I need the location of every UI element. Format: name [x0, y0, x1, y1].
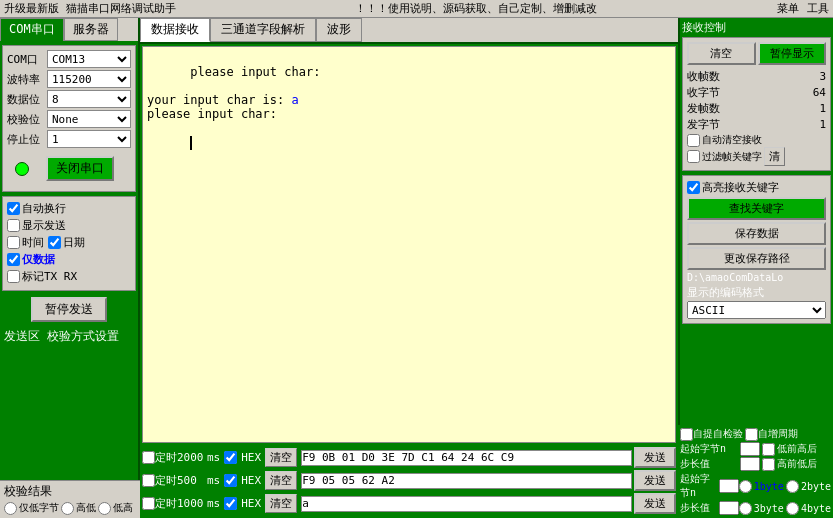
baud-row: 波特率 115200: [7, 70, 131, 88]
highlight-label: 高亮接收关键字: [702, 180, 779, 195]
tab-three-channel[interactable]: 三通道字段解析: [210, 18, 316, 42]
tab-waveform[interactable]: 波形: [316, 18, 362, 42]
clear2-button[interactable]: 清空: [265, 471, 297, 490]
show-send-check[interactable]: [7, 219, 20, 232]
check-select[interactable]: None: [47, 110, 131, 128]
pause-button[interactable]: 暂停显示: [758, 42, 827, 65]
date-check[interactable]: [48, 236, 61, 249]
only-low-label: 仅低字节: [19, 501, 59, 515]
low-high-radio[interactable]: [98, 502, 111, 515]
auto-clear-check[interactable]: [687, 134, 700, 147]
tab-serial[interactable]: COM串口: [0, 18, 64, 41]
only-data-check[interactable]: [7, 253, 20, 266]
data-select[interactable]: 8: [47, 90, 131, 108]
hex3-check[interactable]: [224, 497, 237, 510]
keyword-filter-label: 过滤帧关键字: [702, 150, 762, 164]
auto-exec-row: 自动换行: [7, 201, 131, 216]
com-row: COM口 COM13: [7, 50, 131, 68]
mark-tx-rx-check[interactable]: [7, 270, 20, 283]
timer3-label: 定时1000: [155, 496, 205, 511]
timer1-check[interactable]: [142, 451, 155, 464]
send-bytes-label: 发字节: [687, 117, 819, 132]
send2-input[interactable]: [301, 473, 632, 489]
send-frames-row: 发帧数 1: [687, 101, 826, 116]
cursor: [190, 136, 192, 150]
stop-send-button[interactable]: 暂停发送: [31, 297, 107, 322]
tools-label[interactable]: 工具: [807, 1, 829, 16]
2byte-radio[interactable]: [786, 480, 799, 493]
time-check[interactable]: [7, 236, 20, 249]
recv-frames-label: 收帧数: [687, 69, 819, 84]
save-data-button[interactable]: 保存数据: [687, 222, 826, 245]
hex1-check[interactable]: [224, 451, 237, 464]
send3-input[interactable]: [301, 496, 632, 512]
send-bytes-value: 1: [819, 118, 826, 131]
start-byte-input1[interactable]: [740, 442, 760, 456]
keyword-filter-check[interactable]: [687, 150, 700, 163]
clear1-button[interactable]: 清空: [265, 448, 297, 467]
notice-text: ！！！使用说明、源码获取、自己定制、增删减改: [176, 1, 777, 16]
auto-period-check[interactable]: [745, 428, 758, 441]
time-date-row: 时间 日期: [7, 235, 131, 250]
1byte-radio[interactable]: [739, 480, 752, 493]
high-radio[interactable]: [61, 502, 74, 515]
baud-select[interactable]: 115200: [47, 70, 131, 88]
status-dot: [15, 162, 29, 176]
auto-verify-check[interactable]: [680, 428, 693, 441]
stop-select[interactable]: 1: [47, 130, 131, 148]
change-path-button[interactable]: 更改保存路径: [687, 247, 826, 270]
clear-filter-button[interactable]: 清: [764, 147, 785, 166]
clear3-button[interactable]: 清空: [265, 494, 297, 513]
timer3-check[interactable]: [142, 497, 155, 510]
keyword-section: 高亮接收关键字 查找关键字 保存数据 更改保存路径 D:\amaoComData…: [682, 175, 831, 324]
top-bar: 升级最新版 猫描串口网络调试助手 ！！！使用说明、源码获取、自己定制、增删减改 …: [0, 0, 833, 18]
data-label: 数据位: [7, 92, 47, 107]
low-prev-label: 低前高后: [777, 442, 817, 456]
com-select[interactable]: COM13: [47, 50, 131, 68]
time-label: 时间: [22, 235, 44, 250]
low-prev-check[interactable]: [762, 443, 775, 456]
hex2-check[interactable]: [224, 474, 237, 487]
low-high-label: 低高: [113, 501, 133, 515]
tab-receive[interactable]: 数据接收: [140, 18, 210, 42]
auto-exec-check[interactable]: [7, 202, 20, 215]
4byte-radio[interactable]: [786, 502, 799, 515]
step-input2[interactable]: [719, 501, 739, 515]
encoding-select[interactable]: ASCII: [687, 301, 826, 319]
mark-tx-rx-row: 标记TX RX: [7, 269, 131, 284]
send2-button[interactable]: 发送: [634, 470, 676, 491]
hex3-label: HEX: [241, 497, 261, 510]
receive-area: please input char: your input char is: a…: [142, 46, 676, 443]
start-byte-input2[interactable]: [719, 479, 739, 493]
high-prev-check[interactable]: [762, 458, 775, 471]
send-zone-label: 发送区 校验方式设置: [0, 326, 138, 347]
menu-label[interactable]: 菜单: [777, 1, 799, 16]
keyword-search-button[interactable]: 查找关键字: [687, 197, 826, 220]
step-row1: 步长值 高前低后: [680, 457, 831, 471]
timer3-ms: ms: [207, 497, 220, 510]
start-byte-label2: 起始字节n: [680, 472, 719, 500]
stop-label: 停止位: [7, 132, 47, 147]
only-data-row: 仅数据: [7, 252, 131, 267]
send-frames-label: 发帧数: [687, 101, 819, 116]
recv-bytes-label: 收字节: [687, 85, 813, 100]
send3-button[interactable]: 发送: [634, 493, 676, 514]
start-byte-row1: 起始字节n 低前高后: [680, 442, 831, 456]
connect-button[interactable]: 关闭串口: [46, 156, 114, 181]
3byte-radio[interactable]: [739, 502, 752, 515]
only-low-radio[interactable]: [4, 502, 17, 515]
clear-main-button[interactable]: 清空: [687, 42, 756, 65]
tab-server[interactable]: 服务器: [64, 18, 118, 41]
send1-input[interactable]: [301, 450, 632, 466]
send1-button[interactable]: 发送: [634, 447, 676, 468]
send-row-1: 定时2000 ms HEX 清空 发送: [142, 447, 676, 468]
path-text: D:\amaoComDataLo: [687, 272, 826, 283]
auto-exec-label: 自动换行: [22, 201, 66, 216]
timer1-ms: ms: [207, 451, 220, 464]
show-send-label: 显示发送: [22, 218, 66, 233]
hex2-label: HEX: [241, 474, 261, 487]
timer2-check[interactable]: [142, 474, 155, 487]
step-input1[interactable]: [740, 457, 760, 471]
send-row-2: 定时500 ms HEX 清空 发送: [142, 470, 676, 491]
highlight-check[interactable]: [687, 181, 700, 194]
